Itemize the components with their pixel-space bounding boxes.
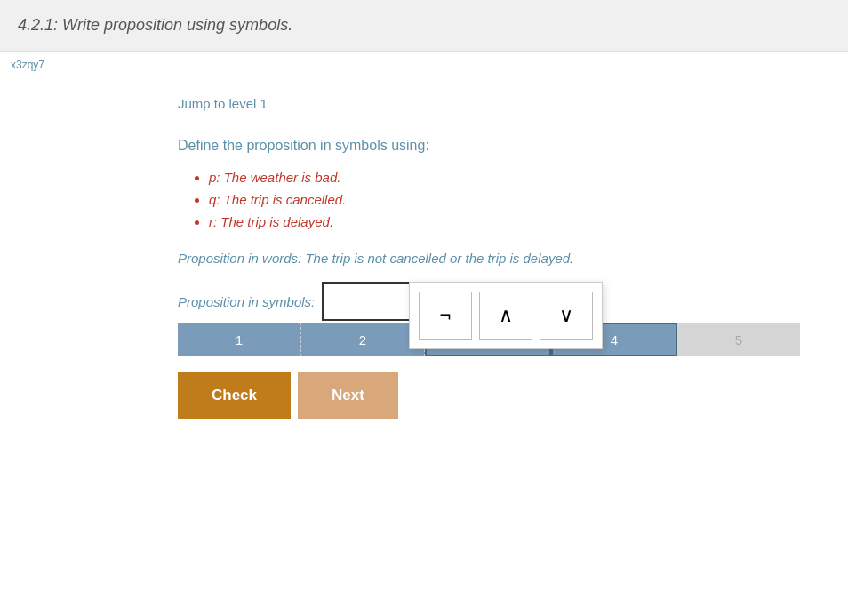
top-bar: 4.2.1: Write proposition using symbols. xyxy=(0,0,848,52)
or-symbol-button[interactable]: ∨ xyxy=(540,292,593,340)
next-button[interactable]: Next xyxy=(298,372,398,419)
page-title: 4.2.1: Write proposition using symbols. xyxy=(18,16,292,34)
action-buttons: Check Next xyxy=(178,372,812,419)
not-symbol-button[interactable]: ¬ xyxy=(419,292,472,340)
prop-symbols-label: Proposition in symbols: xyxy=(178,294,315,309)
list-item: r: The trip is delayed. xyxy=(209,214,812,229)
number-cell-1[interactable]: 1 xyxy=(178,323,301,356)
prop-words-label: Proposition in words: xyxy=(178,251,301,266)
session-id: x3zqy7 xyxy=(0,52,848,78)
number-cell-5[interactable]: 5 xyxy=(677,323,800,356)
list-item: q: The trip is cancelled. xyxy=(209,192,812,207)
variable-list: p: The weather is bad. q: The trip is ca… xyxy=(178,170,812,229)
symbol-buttons-row: ¬ ∧ ∨ xyxy=(419,292,593,340)
instructions-text: Define the proposition in symbols using: xyxy=(178,138,812,154)
proposition-words: Proposition in words: The trip is not ca… xyxy=(178,251,812,266)
proposition-symbols-row: Proposition in symbols: ¬ ∧ ∨ xyxy=(178,282,812,321)
symbol-popup: ¬ ∧ ∨ xyxy=(409,282,603,349)
number-cell-2[interactable]: 2 xyxy=(301,323,425,356)
and-symbol-button[interactable]: ∧ xyxy=(479,292,532,340)
jump-to-level-link[interactable]: Jump to level 1 xyxy=(178,96,268,111)
prop-words-value: The trip is not cancelled or the trip is… xyxy=(305,251,573,266)
main-content: Jump to level 1 Define the proposition i… xyxy=(0,78,848,454)
list-item: p: The weather is bad. xyxy=(209,170,812,185)
check-button[interactable]: Check xyxy=(178,372,291,419)
